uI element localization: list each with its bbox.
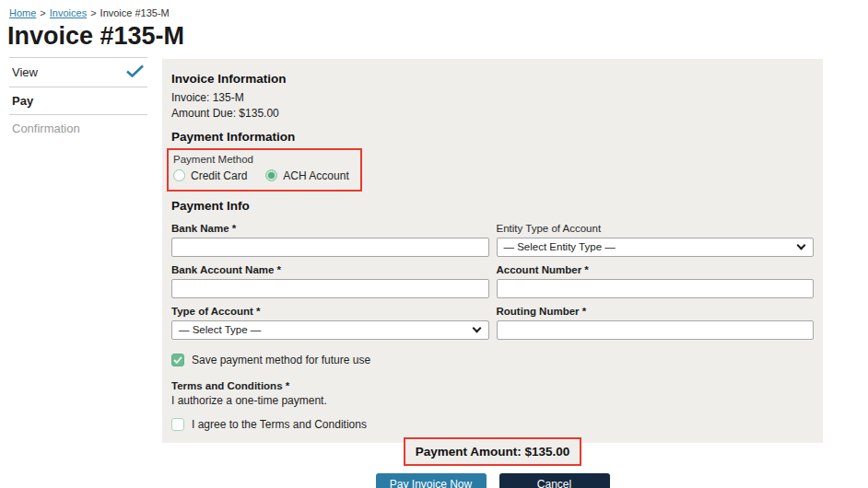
select-value: — Select Entity Type —	[504, 241, 616, 252]
payment-method-highlight-box: Payment Method Credit Card ACH Account	[167, 148, 362, 192]
invoice-number-line: Invoice: 135-M	[171, 90, 814, 106]
step-label: View	[12, 65, 38, 79]
entity-type-select[interactable]: — Select Entity Type —	[497, 238, 815, 257]
sidebar-item-view[interactable]: View	[9, 57, 147, 87]
sidebar-item-confirmation: Confirmation	[9, 115, 147, 142]
breadcrumb-separator: >	[40, 7, 45, 18]
routing-number-label: Routing Number *	[497, 306, 815, 317]
action-buttons: Pay Invoice Now Cancel	[171, 473, 814, 488]
amount-due-line: Amount Due: $135.00	[171, 106, 814, 122]
bank-name-input[interactable]	[171, 238, 489, 257]
radio-ach-account[interactable]: ACH Account	[265, 169, 348, 182]
pay-invoice-now-button[interactable]: Pay Invoice Now	[376, 473, 487, 488]
entity-type-label: Entity Type of Account	[497, 223, 815, 234]
breadcrumb-link-home[interactable]: Home	[9, 7, 36, 18]
checkbox-label: Save payment method for future use	[192, 354, 370, 366]
save-payment-method-checkbox[interactable]: Save payment method for future use	[171, 354, 814, 366]
payment-method-label: Payment Method	[173, 154, 349, 165]
account-number-input[interactable]	[497, 279, 815, 298]
page-title: Invoice #135-M	[7, 22, 184, 51]
checkbox-label: I agree to the Terms and Conditions	[192, 418, 367, 431]
breadcrumb-current: Invoice #135-M	[100, 7, 170, 18]
breadcrumb: Home>Invoices>Invoice #135-M	[9, 7, 170, 18]
chevron-down-icon	[472, 324, 481, 333]
radio-label: Credit Card	[191, 169, 247, 182]
payment-info-form: Bank Name * Entity Type of Account — Sel…	[171, 217, 814, 342]
check-icon	[125, 64, 145, 80]
sidebar-item-pay[interactable]: Pay	[9, 87, 147, 115]
routing-number-input[interactable]	[497, 320, 815, 340]
payment-amount-row: Payment Amount: $135.00	[171, 437, 814, 466]
checkbox-checked-icon	[171, 354, 184, 366]
bank-name-label: Bank Name *	[171, 223, 489, 234]
type-of-account-select[interactable]: — Select Type —	[171, 320, 489, 340]
bank-account-name-input[interactable]	[171, 279, 489, 298]
payment-info-heading: Payment Info	[171, 199, 814, 213]
radio-credit-card[interactable]: Credit Card	[173, 169, 247, 182]
invoice-information-heading: Invoice Information	[171, 72, 814, 86]
payment-amount-highlight-box: Payment Amount: $135.00	[404, 437, 582, 466]
agree-terms-checkbox[interactable]: I agree to the Terms and Conditions	[171, 418, 814, 431]
select-value: — Select Type —	[179, 324, 261, 335]
type-of-account-label: Type of Account *	[171, 306, 489, 317]
bank-account-name-label: Bank Account Name *	[171, 264, 489, 275]
checkbox-unchecked-icon	[171, 418, 184, 431]
breadcrumb-separator: >	[90, 7, 96, 18]
terms-text: I authorize a one-time payment.	[171, 394, 814, 407]
invoice-pay-panel: Invoice Information Invoice: 135-M Amoun…	[162, 59, 823, 443]
payment-method-options: Credit Card ACH Account	[173, 169, 349, 182]
step-label: Pay	[12, 94, 33, 108]
step-sidebar: View Pay Confirmation	[9, 57, 147, 142]
terms-and-conditions-heading: Terms and Conditions *	[171, 380, 814, 391]
radio-unselected-icon	[173, 169, 185, 181]
radio-label: ACH Account	[283, 169, 348, 182]
radio-selected-icon	[265, 169, 277, 181]
payment-information-heading: Payment Information	[171, 130, 814, 144]
breadcrumb-link-invoices[interactable]: Invoices	[50, 7, 87, 18]
chevron-down-icon	[797, 241, 806, 250]
cancel-button[interactable]: Cancel	[499, 473, 610, 488]
step-label: Confirmation	[12, 122, 80, 135]
account-number-label: Account Number *	[497, 264, 815, 275]
